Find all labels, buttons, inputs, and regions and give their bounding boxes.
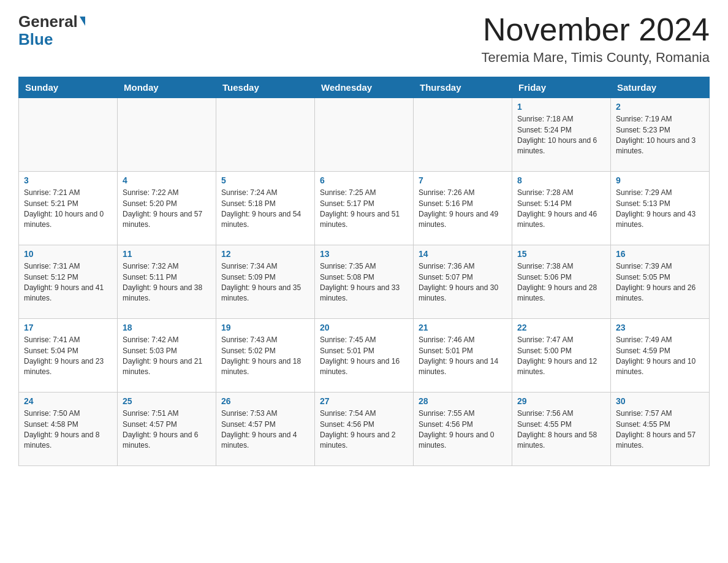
table-row: 12Sunrise: 7:34 AMSunset: 5:09 PMDayligh… — [216, 245, 315, 319]
day-info: Sunrise: 7:43 AMSunset: 5:02 PMDaylight:… — [221, 335, 309, 378]
day-number: 22 — [517, 323, 605, 332]
day-number: 27 — [320, 396, 408, 406]
day-info: Sunrise: 7:26 AMSunset: 5:16 PMDaylight:… — [419, 188, 507, 231]
day-number: 21 — [419, 323, 507, 332]
day-info: Sunrise: 7:39 AMSunset: 5:05 PMDaylight:… — [616, 261, 704, 304]
table-row: 15Sunrise: 7:38 AMSunset: 5:06 PMDayligh… — [512, 245, 611, 319]
table-row: 27Sunrise: 7:54 AMSunset: 4:56 PMDayligh… — [315, 393, 414, 466]
table-row: 9Sunrise: 7:29 AMSunset: 5:13 PMDaylight… — [611, 172, 710, 245]
day-info: Sunrise: 7:36 AMSunset: 5:07 PMDaylight:… — [419, 261, 507, 304]
calendar-week-row: 3Sunrise: 7:21 AMSunset: 5:21 PMDaylight… — [19, 172, 710, 245]
header-tuesday: Tuesday — [216, 77, 315, 98]
day-number: 13 — [320, 249, 408, 259]
day-info: Sunrise: 7:56 AMSunset: 4:55 PMDaylight:… — [517, 408, 605, 451]
table-row: 4Sunrise: 7:22 AMSunset: 5:20 PMDaylight… — [118, 172, 216, 245]
table-row: 28Sunrise: 7:55 AMSunset: 4:56 PMDayligh… — [414, 393, 512, 466]
month-title: November 2024 — [482, 12, 710, 47]
day-number: 24 — [24, 396, 112, 406]
day-number: 14 — [419, 249, 507, 259]
calendar-week-row: 17Sunrise: 7:41 AMSunset: 5:04 PMDayligh… — [19, 319, 710, 393]
day-number: 5 — [221, 175, 309, 185]
day-number: 19 — [221, 323, 309, 332]
table-row: 2Sunrise: 7:19 AMSunset: 5:23 PMDaylight… — [611, 98, 710, 172]
table-row: 19Sunrise: 7:43 AMSunset: 5:02 PMDayligh… — [216, 319, 315, 393]
day-number: 25 — [123, 396, 211, 406]
header-saturday: Saturday — [611, 77, 710, 98]
day-number: 12 — [221, 249, 309, 259]
day-info: Sunrise: 7:54 AMSunset: 4:56 PMDaylight:… — [320, 408, 408, 451]
table-row: 25Sunrise: 7:51 AMSunset: 4:57 PMDayligh… — [118, 393, 216, 466]
day-info: Sunrise: 7:25 AMSunset: 5:17 PMDaylight:… — [320, 188, 408, 231]
day-info: Sunrise: 7:29 AMSunset: 5:13 PMDaylight:… — [616, 188, 704, 231]
day-number: 20 — [320, 323, 408, 332]
day-info: Sunrise: 7:49 AMSunset: 4:59 PMDaylight:… — [616, 335, 704, 378]
table-row: 8Sunrise: 7:28 AMSunset: 5:14 PMDaylight… — [512, 172, 611, 245]
day-number: 18 — [123, 323, 211, 332]
title-area: November 2024 Teremia Mare, Timis County… — [482, 12, 710, 66]
day-info: Sunrise: 7:34 AMSunset: 5:09 PMDaylight:… — [221, 261, 309, 304]
day-info: Sunrise: 7:53 AMSunset: 4:57 PMDaylight:… — [221, 408, 309, 451]
table-row: 22Sunrise: 7:47 AMSunset: 5:00 PMDayligh… — [512, 319, 611, 393]
header-monday: Monday — [118, 77, 216, 98]
table-row: 1Sunrise: 7:18 AMSunset: 5:24 PMDaylight… — [512, 98, 611, 172]
day-number: 15 — [517, 249, 605, 259]
day-info: Sunrise: 7:57 AMSunset: 4:55 PMDaylight:… — [616, 408, 704, 451]
table-row — [19, 98, 118, 172]
table-row: 16Sunrise: 7:39 AMSunset: 5:05 PMDayligh… — [611, 245, 710, 319]
table-row — [118, 98, 216, 172]
day-number: 30 — [616, 396, 704, 406]
header-sunday: Sunday — [19, 77, 118, 98]
day-number: 28 — [419, 396, 507, 406]
day-number: 6 — [320, 175, 408, 185]
table-row: 7Sunrise: 7:26 AMSunset: 5:16 PMDaylight… — [414, 172, 512, 245]
day-info: Sunrise: 7:50 AMSunset: 4:58 PMDaylight:… — [24, 408, 112, 451]
calendar-table: Sunday Monday Tuesday Wednesday Thursday… — [18, 77, 710, 466]
table-row: 23Sunrise: 7:49 AMSunset: 4:59 PMDayligh… — [611, 319, 710, 393]
table-row — [414, 98, 512, 172]
day-number: 11 — [123, 249, 211, 259]
table-row: 18Sunrise: 7:42 AMSunset: 5:03 PMDayligh… — [118, 319, 216, 393]
day-number: 9 — [616, 175, 704, 185]
day-info: Sunrise: 7:19 AMSunset: 5:23 PMDaylight:… — [616, 114, 704, 157]
calendar-week-row: 1Sunrise: 7:18 AMSunset: 5:24 PMDaylight… — [19, 98, 710, 172]
day-info: Sunrise: 7:28 AMSunset: 5:14 PMDaylight:… — [517, 188, 605, 231]
table-row: 24Sunrise: 7:50 AMSunset: 4:58 PMDayligh… — [19, 393, 118, 466]
day-number: 4 — [123, 175, 211, 185]
day-info: Sunrise: 7:22 AMSunset: 5:20 PMDaylight:… — [123, 188, 211, 231]
day-number: 17 — [24, 323, 112, 332]
day-number: 3 — [24, 175, 112, 185]
header-thursday: Thursday — [414, 77, 512, 98]
day-number: 8 — [517, 175, 605, 185]
logo: General Blue — [18, 12, 85, 47]
day-number: 26 — [221, 396, 309, 406]
day-number: 2 — [616, 102, 704, 112]
calendar-week-row: 10Sunrise: 7:31 AMSunset: 5:12 PMDayligh… — [19, 245, 710, 319]
day-info: Sunrise: 7:45 AMSunset: 5:01 PMDaylight:… — [320, 335, 408, 378]
table-row: 17Sunrise: 7:41 AMSunset: 5:04 PMDayligh… — [19, 319, 118, 393]
table-row: 21Sunrise: 7:46 AMSunset: 5:01 PMDayligh… — [414, 319, 512, 393]
weekday-header-row: Sunday Monday Tuesday Wednesday Thursday… — [19, 77, 710, 98]
logo-triangle-icon — [80, 17, 85, 26]
day-info: Sunrise: 7:47 AMSunset: 5:00 PMDaylight:… — [517, 335, 605, 378]
logo-blue-text: Blue — [18, 31, 85, 47]
table-row — [315, 98, 414, 172]
logo-general-text: General — [18, 12, 78, 31]
day-number: 29 — [517, 396, 605, 406]
header-wednesday: Wednesday — [315, 77, 414, 98]
header: General Blue November 2024 Teremia Mare,… — [18, 12, 710, 66]
day-number: 7 — [419, 175, 507, 185]
day-info: Sunrise: 7:32 AMSunset: 5:11 PMDaylight:… — [123, 261, 211, 304]
day-info: Sunrise: 7:41 AMSunset: 5:04 PMDaylight:… — [24, 335, 112, 378]
table-row: 29Sunrise: 7:56 AMSunset: 4:55 PMDayligh… — [512, 393, 611, 466]
table-row: 3Sunrise: 7:21 AMSunset: 5:21 PMDaylight… — [19, 172, 118, 245]
day-info: Sunrise: 7:46 AMSunset: 5:01 PMDaylight:… — [419, 335, 507, 378]
day-info: Sunrise: 7:35 AMSunset: 5:08 PMDaylight:… — [320, 261, 408, 304]
header-friday: Friday — [512, 77, 611, 98]
day-info: Sunrise: 7:31 AMSunset: 5:12 PMDaylight:… — [24, 261, 112, 304]
table-row: 11Sunrise: 7:32 AMSunset: 5:11 PMDayligh… — [118, 245, 216, 319]
table-row: 30Sunrise: 7:57 AMSunset: 4:55 PMDayligh… — [611, 393, 710, 466]
calendar-week-row: 24Sunrise: 7:50 AMSunset: 4:58 PMDayligh… — [19, 393, 710, 466]
day-number: 16 — [616, 249, 704, 259]
day-info: Sunrise: 7:21 AMSunset: 5:21 PMDaylight:… — [24, 188, 112, 231]
day-number: 23 — [616, 323, 704, 332]
